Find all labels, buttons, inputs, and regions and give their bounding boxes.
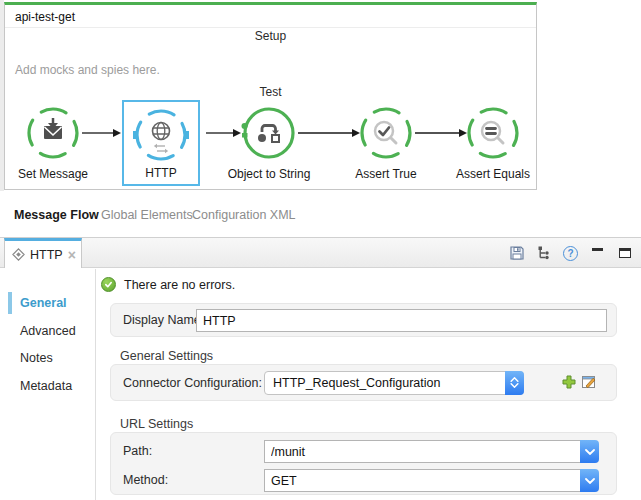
tab-global-elements[interactable]: Global Elements <box>101 208 193 222</box>
url-settings-group: Path: Method: <box>110 432 617 495</box>
magnifier-check-icon <box>358 105 414 161</box>
connector-configuration-value: HTTP_Request_Configuration <box>265 376 505 390</box>
flow-node-set-message[interactable]: Set Message <box>8 105 98 181</box>
sidebar-item-notes[interactable]: Notes <box>20 351 53 365</box>
node-label: Object to String <box>224 167 314 181</box>
tab-message-flow[interactable]: Message Flow <box>14 208 99 222</box>
maximize-icon[interactable] <box>616 245 633 262</box>
flow-canvas[interactable]: api-test-get Setup Add mocks and spies h… <box>4 2 537 190</box>
properties-tab-http[interactable]: HTTP × <box>4 238 82 268</box>
globe-icon <box>133 107 189 163</box>
method-label: Method: <box>123 473 168 487</box>
transform-icon <box>241 105 297 161</box>
method-combo <box>264 469 599 492</box>
connector-configuration-label: Connector Configuration: <box>123 376 262 390</box>
general-settings-group: Connector Configuration: HTTP_Request_Co… <box>110 364 617 401</box>
method-dropdown-button[interactable] <box>580 469 599 492</box>
chevron-down-icon <box>585 449 595 455</box>
flow-node-http[interactable]: HTTP <box>122 100 200 186</box>
node-label: HTTP <box>124 166 198 180</box>
success-check-icon <box>101 277 116 292</box>
display-name-label: Display Name: <box>123 313 204 327</box>
sidebar-item-metadata[interactable]: Metadata <box>20 379 72 393</box>
chevron-down-icon <box>585 478 595 484</box>
general-settings-title: General Settings <box>120 349 213 363</box>
editor-view-tabs: Message Flow Global Elements Configurati… <box>0 191 641 237</box>
edit-icon <box>581 374 597 390</box>
plus-icon <box>561 374 577 390</box>
minimize-icon[interactable] <box>589 245 606 262</box>
sidebar-divider <box>95 269 96 500</box>
envelope-arrow-icon <box>25 105 81 161</box>
url-settings-title: URL Settings <box>120 417 193 431</box>
flow-title: api-test-get <box>15 10 75 24</box>
properties-toolbar: ? <box>508 238 633 268</box>
flow-node-assert-true[interactable]: Assert True <box>341 105 431 181</box>
setup-scope-label: Setup <box>5 29 536 43</box>
edit-configuration-button[interactable] <box>581 374 598 391</box>
path-combo <box>264 440 599 463</box>
show-in-tree-icon[interactable] <box>535 245 552 262</box>
sidebar-item-advanced[interactable]: Advanced <box>20 324 76 338</box>
node-label: Assert True <box>341 167 431 181</box>
node-label: Assert Equals <box>448 167 538 181</box>
properties-panel-header: HTTP × ? <box>0 237 641 268</box>
sidebar-item-general[interactable]: General <box>20 296 67 310</box>
add-configuration-button[interactable] <box>561 374 578 391</box>
properties-panel-body: General Advanced Notes Metadata There ar… <box>0 269 641 500</box>
select-stepper-icon <box>505 371 524 395</box>
display-name-group: Display Name: <box>110 303 617 337</box>
path-label: Path: <box>123 444 152 458</box>
node-label: Set Message <box>8 167 98 181</box>
validation-status-text: There are no errors. <box>124 278 235 292</box>
properties-tab-title: HTTP <box>30 248 63 262</box>
display-name-input[interactable] <box>196 309 607 332</box>
save-icon[interactable] <box>508 245 525 262</box>
mule-component-icon <box>12 248 25 261</box>
connector-configuration-select[interactable]: HTTP_Request_Configuration <box>264 371 524 395</box>
validation-status-row: There are no errors. <box>101 277 235 292</box>
test-scope-label: Test <box>5 85 536 99</box>
flow-title-divider <box>5 27 536 28</box>
tab-configuration-xml[interactable]: Configuration XML <box>192 208 296 222</box>
help-icon[interactable]: ? <box>562 245 579 262</box>
magnifier-equals-icon <box>465 105 521 161</box>
close-icon[interactable]: × <box>68 248 76 262</box>
path-input[interactable] <box>264 440 581 463</box>
sidebar-active-indicator <box>8 292 12 314</box>
flow-node-object-to-string[interactable]: Object to String <box>224 105 314 181</box>
path-dropdown-button[interactable] <box>580 440 599 463</box>
flow-node-assert-equals[interactable]: Assert Equals <box>448 105 538 181</box>
method-input[interactable] <box>264 469 581 492</box>
setup-hint-text: Add mocks and spies here. <box>15 63 160 77</box>
